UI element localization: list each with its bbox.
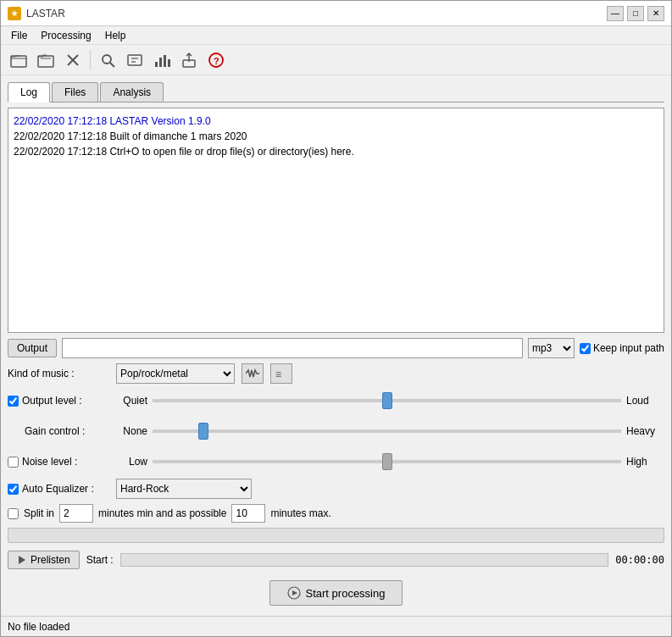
split-in-pre-label: Split in [24,507,54,519]
new-folder-btn[interactable] [6,48,31,72]
menu-help[interactable]: Help [98,28,133,43]
gain-control-slider[interactable] [153,429,621,433]
svg-point-4 [103,55,111,64]
open-btn[interactable] [33,48,58,72]
export-icon [180,52,197,69]
tab-analysis[interactable]: Analysis [100,82,164,102]
log-line-1: 22/02/2020 17:12:18 Built of dimanche 1 … [14,129,658,144]
title-bar-left: ★ LASTAR [8,7,65,20]
gain-control-row: Gain control : None Heavy [8,419,664,443]
maximize-button[interactable]: □ [627,6,644,21]
noise-level-slider-container [153,453,621,470]
split-in-post-label: minutes max. [270,507,330,519]
tab-files[interactable]: Files [52,82,98,102]
help-btn[interactable]: ? [203,48,229,72]
gain-control-left: None [109,425,147,437]
search-btn[interactable] [95,48,120,72]
window-title: LASTAR [26,8,65,19]
output-level-left: Quiet [109,395,147,407]
auto-eq-checkbox[interactable] [8,484,19,495]
svg-line-5 [110,63,114,67]
eq-icon: ≡ [275,367,288,380]
close-button[interactable]: ✕ [647,6,664,21]
noise-level-slider[interactable] [153,460,621,463]
noise-level-right: High [626,456,664,468]
start-processing-button[interactable]: Start processing [269,580,403,606]
main-progress-bar [8,528,664,543]
start-processing-area: Start processing [8,577,664,609]
output-level-label: Output level : [8,395,109,407]
menu-bar: File Processing Help [1,26,671,45]
keep-input-path-label[interactable]: Keep input path [580,342,664,354]
svg-text:≡: ≡ [275,368,281,380]
gain-control-right: Heavy [626,425,664,437]
split-max-input[interactable] [231,504,265,523]
main-window: ★ LASTAR — □ ✕ File Processing Help [0,0,672,637]
toolbar: ? [1,45,671,75]
visualizer-btn[interactable] [149,48,175,72]
svg-rect-1 [38,56,53,67]
search-icon [99,52,116,69]
split-in-row: Split in minutes min and as possible min… [8,504,664,523]
help-icon: ? [208,52,225,69]
prelisten-button[interactable]: Prelisten [8,551,80,569]
close-file-btn[interactable] [60,48,86,72]
svg-marker-17 [19,556,25,564]
tab-bar: Log Files Analysis [8,82,664,102]
noise-level-label: Noise level : [8,456,109,468]
app-icon: ★ [8,7,21,20]
tag-icon [126,52,143,69]
prelisten-icon [17,555,27,565]
output-level-slider-container [153,392,621,409]
minimize-button[interactable]: — [607,6,624,21]
output-section: Output mp3 flac wav ogg Keep input path … [8,338,664,572]
time-display: 00:00:00 [615,554,664,566]
svg-rect-12 [168,59,170,67]
split-min-input[interactable] [59,504,93,523]
title-bar-controls: — □ ✕ [607,6,664,21]
log-line-2: 22/02/2020 17:12:18 Ctrl+O to open file … [14,144,658,159]
new-folder-icon [10,52,27,69]
output-level-checkbox[interactable] [8,396,19,407]
auto-eq-select[interactable]: Hard-Rock Pop Classical Jazz Flat [116,479,252,499]
start-processing-icon [287,586,301,600]
svg-rect-9 [155,62,158,67]
keep-input-path-checkbox[interactable] [580,343,591,354]
menu-file[interactable]: File [4,28,34,43]
title-bar: ★ LASTAR — □ ✕ [1,1,671,26]
equalizer-btn[interactable]: ≡ [270,363,292,384]
start-label: Start : [86,554,114,566]
export-btn[interactable] [176,48,202,72]
waveform-icon [246,367,259,380]
noise-level-left: Low [109,456,147,468]
output-row: Output mp3 flac wav ogg Keep input path [8,338,664,358]
tab-log[interactable]: Log [8,82,50,102]
output-button[interactable]: Output [8,339,57,357]
output-level-row: Output level : Quiet Loud [8,389,664,413]
log-area: 22/02/2020 17:12:18 LASTAR Version 1.9.0… [8,108,664,333]
output-level-slider[interactable] [153,399,621,402]
kind-of-music-label: Kind of music : [8,368,109,379]
gain-control-label: Gain control : [8,425,109,437]
menu-processing[interactable]: Processing [34,28,97,43]
tag-btn[interactable] [122,48,147,72]
auto-equalizer-row: Auto Equalizer : Hard-Rock Pop Classical… [8,479,664,499]
controls-grid: Output level : Quiet Loud Gain control :… [8,389,664,474]
kind-of-music-select[interactable]: Pop/rock/metal Classical Jazz Electronic… [116,363,235,384]
split-in-mid-label: minutes min and as possible [98,507,226,519]
output-path-input[interactable] [62,338,523,358]
waveform-btn[interactable] [242,363,264,384]
status-bar: No file loaded [1,616,671,636]
log-line-0: 22/02/2020 17:12:18 LASTAR Version 1.9.0 [14,114,658,129]
noise-level-checkbox[interactable] [8,457,19,468]
status-text: No file loaded [8,621,69,633]
main-content: Log Files Analysis 22/02/2020 17:12:18 L… [1,75,671,616]
svg-rect-10 [159,58,162,67]
open-icon [37,52,54,69]
bottom-controls: Prelisten Start : 00:00:00 [8,548,664,572]
toolbar-sep-1 [90,50,91,70]
split-in-checkbox[interactable] [8,508,19,519]
svg-marker-19 [292,590,297,595]
close-file-icon [64,52,81,69]
format-select[interactable]: mp3 flac wav ogg [528,338,575,358]
